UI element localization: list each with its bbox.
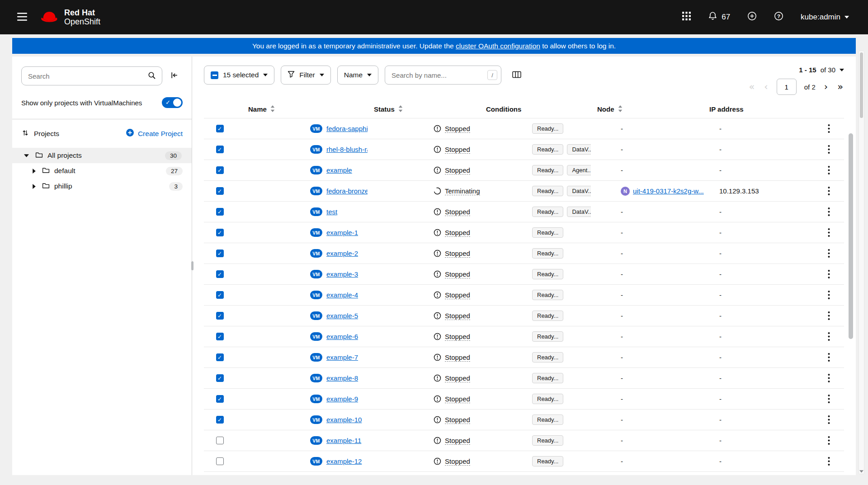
app-launcher-button[interactable] bbox=[680, 10, 693, 24]
vm-status[interactable]: Stopped bbox=[445, 457, 470, 466]
search-attribute-dropdown[interactable]: Name bbox=[337, 66, 378, 85]
vm-name-link[interactable]: example-9 bbox=[326, 395, 358, 403]
row-checkbox[interactable] bbox=[216, 146, 224, 153]
vm-status[interactable]: Stopped bbox=[445, 333, 470, 341]
vm-name-link[interactable]: rhel-8-blush-raven-90 bbox=[326, 146, 368, 153]
row-checkbox[interactable] bbox=[216, 416, 224, 424]
row-checkbox[interactable] bbox=[216, 125, 224, 132]
vm-name-link[interactable]: example-11 bbox=[326, 437, 361, 444]
row-checkbox[interactable] bbox=[216, 437, 224, 444]
row-actions-kebab[interactable] bbox=[823, 246, 835, 260]
vm-status[interactable]: Stopped bbox=[445, 312, 470, 320]
caret-down-icon[interactable] bbox=[22, 153, 31, 158]
vm-name-link[interactable]: fedora-bronze-dormouse-82 bbox=[326, 187, 368, 195]
manage-columns-button[interactable] bbox=[509, 67, 525, 83]
row-actions-kebab[interactable] bbox=[823, 122, 835, 136]
filter-dropdown[interactable]: Filter bbox=[281, 66, 330, 85]
row-checkbox[interactable] bbox=[216, 333, 224, 340]
row-actions-kebab[interactable] bbox=[823, 350, 835, 364]
row-checkbox[interactable] bbox=[216, 457, 224, 465]
vm-name-link[interactable]: example-5 bbox=[326, 312, 358, 320]
row-checkbox[interactable] bbox=[216, 229, 224, 236]
brand-logo[interactable]: Red Hat OpenShift bbox=[40, 8, 100, 26]
projects-sort-button[interactable] bbox=[21, 128, 29, 139]
caret-right-icon[interactable] bbox=[31, 183, 38, 190]
vm-status[interactable]: Stopped bbox=[445, 353, 470, 362]
sort-by-status-button[interactable]: Status bbox=[374, 105, 403, 113]
nav-toggle-hamburger[interactable] bbox=[14, 9, 31, 26]
row-actions-kebab[interactable] bbox=[823, 205, 835, 219]
vm-only-toggle[interactable]: ✓ bbox=[162, 97, 183, 108]
row-actions-kebab[interactable] bbox=[823, 454, 835, 468]
row-checkbox[interactable] bbox=[216, 353, 224, 361]
vm-status[interactable]: Stopped bbox=[445, 146, 470, 154]
scroll-down-arrow-icon[interactable] bbox=[859, 470, 864, 473]
current-page-input[interactable] bbox=[777, 79, 797, 95]
sidebar-resizer-handle[interactable] bbox=[191, 261, 193, 270]
name-search-input[interactable] bbox=[392, 71, 483, 79]
row-actions-kebab[interactable] bbox=[823, 330, 835, 344]
vm-status[interactable]: Stopped bbox=[445, 125, 470, 133]
create-project-link[interactable]: Create Project bbox=[126, 128, 183, 139]
oauth-config-link[interactable]: cluster OAuth configuration bbox=[456, 42, 540, 50]
row-checkbox[interactable] bbox=[216, 312, 224, 320]
page-scrollbar[interactable] bbox=[859, 51, 864, 474]
sidebar-collapse-button[interactable] bbox=[166, 68, 183, 84]
vm-status[interactable]: Stopped bbox=[445, 229, 470, 237]
last-page-button[interactable]: » bbox=[836, 82, 844, 92]
project-search-input[interactable] bbox=[28, 72, 144, 80]
tree-item-phillip[interactable]: phillip 3 bbox=[21, 179, 183, 194]
vm-name-link[interactable]: example-4 bbox=[326, 291, 358, 299]
vm-name-link[interactable]: example-3 bbox=[326, 270, 358, 278]
vm-name-link[interactable]: example-10 bbox=[326, 416, 362, 424]
vm-status[interactable]: Stopped bbox=[445, 270, 470, 278]
vm-name-link[interactable]: example-6 bbox=[326, 333, 358, 340]
next-page-button[interactable]: › bbox=[823, 82, 829, 92]
page-scrollbar-thumb[interactable] bbox=[860, 52, 863, 118]
vm-status[interactable]: Stopped bbox=[445, 416, 470, 424]
notifications-button[interactable]: 67 bbox=[706, 9, 732, 25]
table-scrollbar-thumb[interactable] bbox=[849, 133, 853, 339]
row-checkbox[interactable] bbox=[216, 374, 224, 382]
tree-item-all-projects[interactable]: All projects 30 bbox=[12, 148, 192, 163]
vm-name-link[interactable]: example-8 bbox=[326, 374, 358, 382]
row-checkbox[interactable] bbox=[216, 270, 224, 278]
vm-status[interactable]: Stopped bbox=[445, 166, 470, 174]
row-actions-kebab[interactable] bbox=[823, 267, 835, 281]
vm-name-link[interactable]: example bbox=[326, 166, 352, 174]
vm-status[interactable]: Stopped bbox=[445, 250, 470, 258]
caret-right-icon[interactable] bbox=[31, 168, 38, 174]
vm-status[interactable]: Stopped bbox=[445, 291, 470, 299]
row-actions-kebab[interactable] bbox=[823, 392, 835, 406]
pagination-summary-dropdown[interactable]: 1 - 15 of 30 bbox=[799, 66, 844, 74]
row-actions-kebab[interactable] bbox=[823, 433, 835, 447]
row-checkbox[interactable] bbox=[216, 291, 224, 299]
row-actions-kebab[interactable] bbox=[823, 184, 835, 198]
vm-name-link[interactable]: test bbox=[326, 208, 337, 216]
row-actions-kebab[interactable] bbox=[823, 413, 835, 427]
vm-status[interactable]: Stopped bbox=[445, 437, 470, 445]
sort-by-name-button[interactable]: Name bbox=[248, 105, 275, 113]
row-checkbox[interactable] bbox=[216, 208, 224, 216]
vm-name-link[interactable]: example-7 bbox=[326, 353, 358, 361]
node-link[interactable]: uit-419-0317-k2s2g-w... bbox=[633, 187, 704, 195]
help-button[interactable]: ? bbox=[772, 9, 785, 25]
row-actions-kebab[interactable] bbox=[823, 371, 835, 385]
row-actions-kebab[interactable] bbox=[823, 142, 835, 156]
vm-status[interactable]: Stopped bbox=[445, 208, 470, 216]
row-checkbox[interactable] bbox=[216, 395, 224, 403]
project-search-button[interactable] bbox=[144, 69, 160, 84]
vm-name-link[interactable]: fedora-sapphire-ocelot-69 bbox=[326, 125, 368, 132]
vm-status[interactable]: Terminating bbox=[445, 187, 480, 195]
tree-item-default[interactable]: default 27 bbox=[21, 163, 183, 179]
row-actions-kebab[interactable] bbox=[823, 309, 835, 323]
row-checkbox[interactable] bbox=[216, 187, 224, 195]
sort-by-node-button[interactable]: Node bbox=[597, 105, 623, 113]
vm-name-link[interactable]: example-12 bbox=[326, 457, 362, 465]
bulk-select-dropdown[interactable]: 15 selected bbox=[204, 66, 274, 85]
row-actions-kebab[interactable] bbox=[823, 163, 835, 177]
row-checkbox[interactable] bbox=[216, 166, 224, 174]
vm-status[interactable]: Stopped bbox=[445, 374, 470, 382]
quick-create-button[interactable] bbox=[745, 9, 759, 25]
vm-status[interactable]: Stopped bbox=[445, 395, 470, 403]
